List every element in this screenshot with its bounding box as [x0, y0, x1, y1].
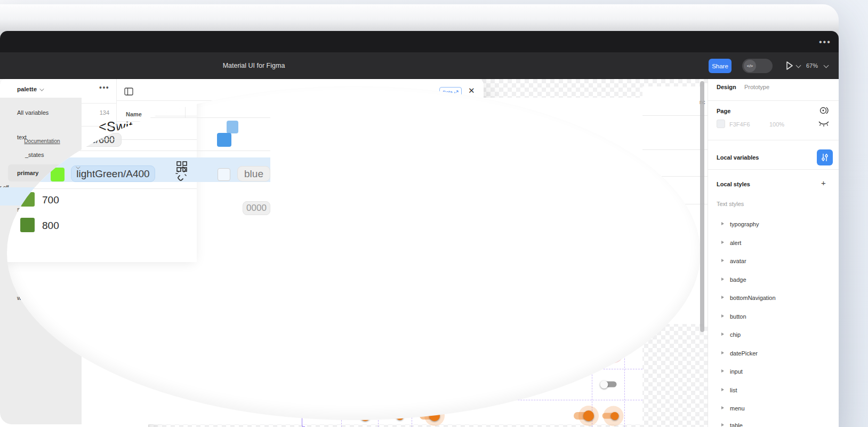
tab-design[interactable]: Design — [717, 84, 736, 90]
close-icon[interactable]: ✕ — [468, 86, 475, 96]
chevron-right-icon[interactable] — [721, 423, 724, 426]
value-chip-magnified: blue — [237, 166, 270, 181]
add-style-button[interactable]: + — [821, 178, 826, 187]
chevron-right-icon[interactable] — [721, 259, 724, 262]
color-swatch-blue400-magnified — [217, 133, 231, 147]
chevron-right-icon[interactable] — [721, 241, 724, 244]
nav-item-states[interactable]: _states — [25, 152, 44, 158]
style-item[interactable]: datePicker — [730, 350, 758, 357]
local-variables-button[interactable] — [817, 149, 833, 165]
zoom-level[interactable]: 67% — [806, 62, 818, 69]
style-item[interactable]: typography — [730, 221, 759, 227]
collection-dropdown[interactable]: palette — [17, 86, 43, 92]
chevron-right-icon[interactable] — [721, 333, 724, 336]
style-item[interactable]: badge — [730, 276, 746, 283]
column-header-name: Name — [126, 111, 142, 117]
page-section-label: Page — [717, 108, 730, 114]
style-item[interactable]: alert — [730, 240, 741, 246]
figma-canvas[interactable]: nc Documentation or off. <Switch> — [0, 79, 708, 427]
page-color-swatch[interactable] — [717, 120, 725, 128]
share-button[interactable]: Share — [709, 59, 732, 73]
page-color-hex[interactable]: F3F4F6 — [729, 121, 750, 128]
style-item[interactable]: input — [730, 368, 743, 375]
grid-view-icon[interactable] — [176, 161, 187, 172]
text-styles-label: Text styles — [717, 201, 744, 207]
toggle-panel-icon[interactable] — [124, 88, 133, 96]
chevron-right-icon[interactable] — [721, 314, 724, 318]
screenshot-stage: ••• Material UI for Figma Share </> 67% … — [0, 0, 868, 427]
local-variables-label: Local variables — [717, 154, 759, 161]
chevron-right-icon[interactable] — [721, 388, 724, 391]
switch-toggle[interactable] — [602, 413, 617, 419]
file-title: Material UI for Figma — [216, 62, 291, 69]
sliders-icon — [821, 153, 829, 162]
dev-mode-toggle[interactable]: </> — [742, 59, 773, 73]
library-row-label[interactable]: 700 — [42, 194, 59, 206]
style-item[interactable]: chip — [730, 331, 741, 338]
magnified-content: eepOrange/500 blue/600 lightGreen/A400 — [7, 86, 701, 420]
nav-all-variables[interactable]: All variables — [17, 109, 49, 116]
collection-menu-icon[interactable]: ••• — [99, 83, 109, 92]
color-swatch-lightgreen — [51, 168, 65, 181]
nav-item-primary[interactable]: primary — [17, 170, 38, 176]
eye-closed-icon[interactable] — [818, 121, 829, 127]
nav-item-text[interactable]: text — [17, 134, 27, 140]
style-item[interactable]: avatar — [730, 258, 746, 264]
style-item[interactable]: table — [730, 422, 743, 427]
variables-count: 134 — [85, 109, 109, 116]
color-swatch-800 — [20, 218, 35, 232]
value-chip-selected[interactable]: lightGreen/A400 — [71, 165, 155, 182]
inspector-sidebar: Design Prototype Page F3F4F6 100% Local … — [708, 79, 839, 427]
color-swatch-ghost — [218, 168, 230, 181]
chevron-right-icon[interactable] — [721, 222, 724, 225]
window-menu-icon[interactable]: ••• — [819, 39, 831, 45]
chevron-right-icon[interactable] — [721, 406, 724, 409]
chevron-right-icon[interactable] — [721, 278, 724, 281]
chevron-right-icon[interactable] — [721, 296, 724, 299]
canvas-scrollbar[interactable] — [700, 81, 704, 332]
local-styles-label: Local styles — [717, 181, 750, 187]
play-icon[interactable] — [785, 61, 794, 70]
value-chip-fragment: 0000 — [243, 201, 270, 215]
chevron-right-icon[interactable] — [721, 369, 724, 373]
style-item[interactable]: button — [730, 313, 746, 320]
style-item[interactable]: list — [730, 387, 737, 393]
chevron-right-icon[interactable] — [721, 351, 724, 354]
browser-titlebar: ••• — [0, 31, 839, 52]
color-swatch-blue200-magnified — [227, 121, 238, 133]
style-item[interactable]: menu — [730, 405, 745, 412]
chevron-down-icon — [39, 86, 44, 91]
tab-prototype[interactable]: Prototype — [744, 84, 769, 90]
code-icon: </> — [744, 60, 756, 72]
switch-toggle[interactable] — [602, 382, 617, 388]
page-preview-icon[interactable] — [819, 106, 830, 115]
style-item[interactable]: bottomNavigation — [730, 295, 776, 301]
switch-toggle[interactable] — [574, 412, 592, 420]
library-row-label[interactable]: 800 — [42, 220, 59, 232]
page-opacity[interactable]: 100% — [769, 121, 784, 128]
